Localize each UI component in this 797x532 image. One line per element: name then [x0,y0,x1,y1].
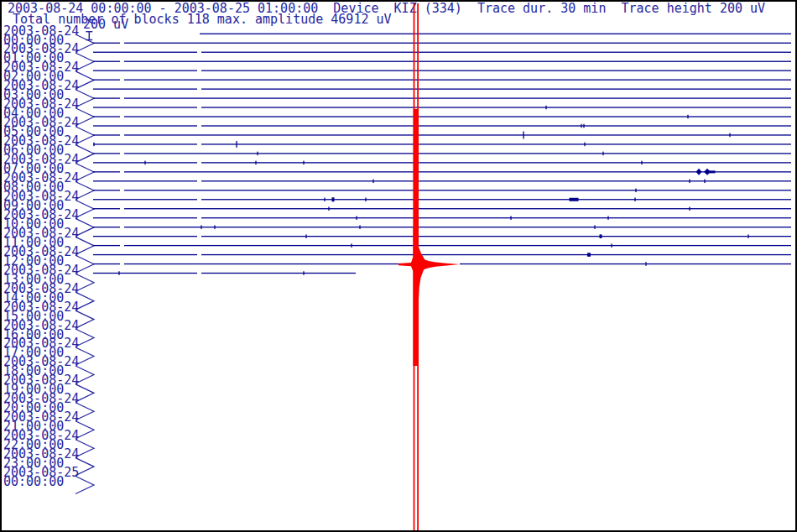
hour-chevron-icon [76,127,94,144]
trace-tick [545,106,546,110]
trace-line [93,245,120,246]
trace-tick [118,271,119,275]
trace-line [93,97,120,98]
event-coda-spindle [398,256,460,274]
trace-tick [328,206,329,211]
trace-line [124,263,401,264]
trace-tick [356,216,357,220]
trace-tick [600,234,602,238]
trace-tick [144,161,145,165]
trace-line [93,70,197,71]
trace-tick [704,180,705,184]
trace-line [460,263,791,264]
trace-tick [687,115,688,119]
trace-tick [748,234,748,238]
trace-tick [634,198,635,202]
plot-area[interactable] [2,2,797,532]
hour-chevron-icon [76,90,94,107]
trace-tick [214,225,215,229]
trace-tick [587,253,591,257]
hour-chevron-icon [76,200,94,217]
trace-line [201,107,791,107]
hour-chevron-icon [76,403,94,420]
hour-chevron-icon [76,458,94,476]
trace-line [124,227,791,227]
trace-line [93,199,197,200]
hour-chevron-icon [76,34,94,52]
trace-tick [255,161,256,165]
trace-tick [303,161,304,165]
trace-tick [583,124,584,128]
hour-chevron-icon [76,274,94,291]
trace-tick [523,131,524,138]
hour-chevron-icon [76,421,94,439]
trace-tick [303,271,304,275]
trace-line [201,254,791,255]
event-envelope-lower [414,264,426,366]
helicorder-window: 2003-08-24 00:00:00 - 2003-08-25 01:00:0… [0,0,797,532]
trace-line [124,153,791,154]
hour-chevron-icon [76,255,94,273]
hour-chevron-icon [76,347,94,365]
trace-line [201,180,791,181]
trace-line [124,97,791,98]
trace-tick [645,262,646,266]
trace-tick [324,198,325,202]
trace-tick [365,198,366,202]
trace-burst [696,169,702,175]
trace-tick [359,225,360,229]
hour-chevron-icon [76,292,94,310]
trace-burst [708,170,716,173]
trace-line [201,273,356,274]
trace-tick [332,197,335,201]
trace-line [201,217,791,218]
hour-chevron-icon [76,440,94,457]
trace-tick [305,234,306,238]
scale-bar-icon [86,39,92,40]
hour-chevron-icon [76,384,94,402]
trace-tick [201,225,201,229]
trace-tick [581,124,581,128]
trace-line [93,143,197,144]
trace-line [93,254,197,255]
hour-chevron-icon [76,145,94,163]
trace-line [93,180,197,181]
trace-line [93,263,120,264]
hour-chevron-icon [76,182,94,200]
trace-line [93,80,120,81]
trace-tick [93,143,94,147]
trace-line [93,134,120,135]
trace-line [93,107,197,107]
trace-line [93,61,120,62]
trace-line [124,190,791,190]
trace-line [93,217,197,218]
hour-chevron-icon [76,310,94,328]
trace-tick [594,225,595,229]
trace-line [124,171,791,172]
trace-line [93,236,197,237]
trace-line [93,52,197,53]
trace-tick [510,216,511,220]
trace-tick [607,216,608,220]
hour-chevron-icon [76,329,94,347]
hour-chevron-icon [76,108,94,126]
trace-line [93,116,120,117]
trace-line [93,43,120,44]
trace-line [201,236,791,237]
trace-line [201,143,791,144]
trace-line [93,125,197,126]
scale-bar-icon [89,31,91,40]
hour-chevron-icon [76,71,94,89]
trace-line [201,70,791,71]
trace-line [201,162,791,163]
trace-tick [729,133,730,138]
trace-line [124,245,791,246]
trace-line [93,190,120,190]
trace-line [201,88,791,89]
trace-line [93,273,197,274]
trace-tick [236,141,237,148]
trace-line [93,88,197,89]
trace-line [93,227,120,227]
trace-line [201,125,791,126]
trace-tick [689,206,690,211]
